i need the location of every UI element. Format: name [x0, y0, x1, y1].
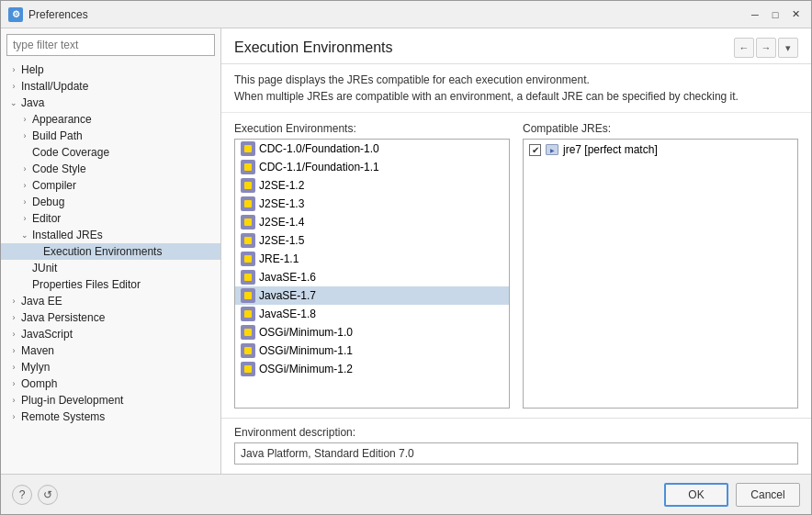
ee-icon [241, 307, 255, 321]
sidebar-item-label: Code Coverage [32, 146, 109, 159]
expand-arrow: ⌄ [8, 97, 19, 108]
search-input[interactable] [6, 34, 215, 56]
env-list[interactable]: CDC-1.0/Foundation-1.0 CDC-1.1/Foundatio… [234, 139, 510, 409]
expand-arrow: › [8, 329, 19, 340]
sidebar-item-label: Compiler [32, 179, 76, 192]
right-header: Execution Environments ← → ▾ [221, 28, 811, 64]
list-item[interactable]: OSGi/Minimum-1.0 [235, 323, 509, 341]
sidebar-item-junit[interactable]: › JUnit [1, 260, 220, 276]
list-item[interactable]: JavaSE-1.8 [235, 305, 509, 323]
list-item[interactable]: JRE-1.1 [235, 250, 509, 268]
close-button[interactable]: ✕ [787, 6, 804, 23]
list-item-label: JRE-1.1 [259, 252, 299, 265]
env-desc-label: Environment description: [234, 426, 798, 439]
jre-section-label: Compatible JREs: [523, 122, 798, 135]
bottom-left-controls: ? ↺ [12, 485, 58, 505]
minimize-button[interactable]: ─ [747, 6, 763, 23]
left-panel: › Help › Install/Update ⌄ Java › Appeara… [1, 28, 221, 474]
ee-icon [241, 141, 255, 156]
expand-arrow: › [19, 213, 30, 224]
sidebar-item-compiler[interactable]: › Compiler [1, 177, 220, 194]
sidebar-item-installed-jres[interactable]: ⌄ Installed JREs [1, 227, 220, 243]
list-item[interactable]: J2SE-1.2 [235, 176, 509, 195]
window-title: Preferences [28, 8, 747, 21]
list-item-label: J2SE-1.3 [259, 197, 304, 210]
sidebar-item-label: Oomph [21, 377, 57, 390]
sidebar-item-label: Remote Systems [21, 410, 105, 423]
sidebar-item-label: Install/Update [21, 80, 88, 93]
env-desc-input[interactable] [234, 442, 798, 465]
ok-button[interactable]: OK [664, 483, 728, 507]
ee-icon [241, 233, 255, 248]
expand-arrow: › [19, 263, 30, 274]
sidebar-item-code-style[interactable]: › Code Style [1, 161, 220, 177]
sidebar-item-editor[interactable]: › Editor [1, 210, 220, 227]
sidebar-item-java[interactable]: ⌄ Java [1, 95, 220, 111]
nav-dropdown-button[interactable]: ▾ [778, 38, 798, 58]
sidebar-item-execution-environments[interactable]: › Execution Environments [1, 243, 220, 260]
sidebar-item-label: Java EE [21, 295, 62, 308]
jre-list[interactable]: ✔ jre7 [perfect match] [523, 139, 798, 409]
list-item[interactable]: J2SE-1.5 [235, 231, 509, 250]
sidebar-item-build-path[interactable]: › Build Path [1, 128, 220, 144]
maximize-button[interactable]: □ [767, 6, 784, 23]
sidebar-item-code-coverage[interactable]: › Code Coverage [1, 144, 220, 161]
list-item[interactable]: JavaSE-1.7 [235, 286, 509, 305]
list-item-label: JavaSE-1.7 [259, 289, 316, 302]
expand-arrow: › [8, 64, 19, 75]
list-item[interactable]: J2SE-1.4 [235, 213, 509, 231]
sidebar-item-plugin-development[interactable]: › Plug-in Development [1, 392, 220, 409]
sidebar-item-help[interactable]: › Help [1, 62, 220, 78]
sidebar-item-javascript[interactable]: › JavaScript [1, 326, 220, 342]
list-item-label: JavaSE-1.6 [259, 271, 316, 284]
sidebar-item-label: Debug [32, 196, 64, 208]
list-item-label: JavaSE-1.8 [259, 308, 316, 320]
expand-arrow: › [8, 312, 19, 323]
forward-button[interactable]: → [756, 38, 776, 58]
restore-defaults-button[interactable]: ↺ [38, 485, 58, 505]
help-button[interactable]: ? [12, 485, 32, 505]
right-panel: Execution Environments ← → ▾ This page d… [221, 28, 811, 474]
list-item-label: OSGi/Minimum-1.0 [259, 326, 353, 339]
sidebar-item-java-ee[interactable]: › Java EE [1, 293, 220, 309]
right-toolbar: ← → ▾ [734, 38, 798, 58]
sidebar-item-properties-files-editor[interactable]: › Properties Files Editor [1, 276, 220, 293]
list-item-label: J2SE-1.5 [259, 234, 304, 247]
list-item[interactable]: OSGi/Minimum-1.1 [235, 341, 509, 360]
sidebar-item-label: Editor [32, 212, 61, 225]
jre-checkbox[interactable]: ✔ [529, 144, 541, 156]
back-button[interactable]: ← [734, 38, 754, 58]
env-section-label: Execution Environments: [234, 122, 510, 135]
ee-icon [241, 362, 255, 376]
cancel-button[interactable]: Cancel [736, 483, 800, 507]
main-content: › Help › Install/Update ⌄ Java › Appeara… [1, 28, 811, 474]
sidebar-item-label: Execution Environments [43, 245, 162, 258]
list-item[interactable]: CDC-1.1/Foundation-1.1 [235, 158, 509, 176]
jre-icon [545, 142, 559, 157]
sidebar-item-remote-systems[interactable]: › Remote Systems [1, 409, 220, 425]
expand-arrow: › [19, 114, 30, 125]
compatible-section: Compatible JREs: ✔ jre7 [perfect match] [523, 122, 798, 409]
sidebar-item-debug[interactable]: › Debug [1, 194, 220, 210]
list-item[interactable]: OSGi/Minimum-1.2 [235, 360, 509, 378]
ee-icon [241, 252, 255, 266]
sidebar-item-appearance[interactable]: › Appearance [1, 111, 220, 128]
list-item[interactable]: J2SE-1.3 [235, 195, 509, 213]
list-item[interactable]: JavaSE-1.6 [235, 268, 509, 286]
sidebar-item-label: Java [21, 96, 44, 109]
sidebar-item-label: Maven [21, 344, 54, 357]
sidebar-item-maven[interactable]: › Maven [1, 342, 220, 359]
sidebar-item-install-update[interactable]: › Install/Update [1, 78, 220, 95]
sidebar-item-mylyn[interactable]: › Mylyn [1, 359, 220, 375]
list-item-label: J2SE-1.2 [259, 179, 304, 192]
sidebar-item-label: Java Persistence [21, 311, 105, 324]
list-item[interactable]: CDC-1.0/Foundation-1.0 [235, 140, 509, 158]
expand-arrow: › [8, 81, 19, 92]
list-item-label: OSGi/Minimum-1.1 [259, 344, 353, 357]
expand-arrow: › [19, 279, 30, 290]
expand-arrow: › [19, 180, 30, 191]
sidebar-item-oomph[interactable]: › Oomph [1, 375, 220, 392]
expand-arrow: › [8, 378, 19, 389]
jre-list-item[interactable]: ✔ jre7 [perfect match] [524, 140, 797, 160]
sidebar-item-java-persistence[interactable]: › Java Persistence [1, 309, 220, 326]
